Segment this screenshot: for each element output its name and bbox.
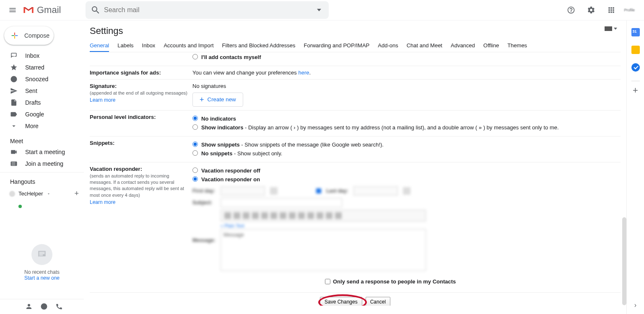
compose-button[interactable]: Compose: [4, 26, 54, 45]
hangouts-user[interactable]: TecHelper: [9, 190, 51, 197]
no-signatures-text: No signatures: [192, 83, 621, 89]
save-changes-button[interactable]: Save Changes: [320, 297, 362, 306]
meet-section-header: Meet: [0, 132, 84, 146]
apps-button[interactable]: [604, 3, 619, 18]
radio-input[interactable]: [192, 167, 198, 173]
personal-showindicators[interactable]: Show indicators - Display an arrow ( › )…: [192, 124, 621, 132]
vacation-on[interactable]: Vacation responder on: [192, 175, 621, 184]
cancel-button[interactable]: Cancel: [366, 297, 390, 306]
contacts-tab[interactable]: [25, 303, 33, 311]
snippets-label: Snippets:: [90, 140, 114, 146]
nav-inbox[interactable]: Inbox: [0, 50, 84, 62]
radio-input[interactable]: [192, 176, 198, 182]
radio-input[interactable]: [192, 150, 198, 156]
nav-snoozed[interactable]: Snoozed: [0, 73, 84, 85]
hamburger-menu[interactable]: [4, 2, 21, 18]
snippets-show[interactable]: Show snippets - Show snippets of the mes…: [192, 141, 621, 149]
checkbox-input[interactable]: [325, 279, 330, 284]
label-icon: [10, 111, 18, 118]
personal-label: Personal level indicators:: [90, 114, 156, 120]
search-input[interactable]: [104, 6, 313, 14]
nav-more[interactable]: More: [0, 120, 84, 132]
account-avatar[interactable]: Profile: [624, 8, 635, 12]
header-bar: Gmail Profile: [0, 0, 644, 21]
input-tools-button[interactable]: [605, 26, 617, 31]
tab-general[interactable]: General: [90, 40, 109, 52]
hangouts-empty: No recent chats Start a new one: [0, 244, 84, 281]
apps-grid-icon: [607, 6, 615, 14]
vacation-only-contacts[interactable]: Only send a response to people in my Con…: [325, 278, 621, 285]
create-signature-button[interactable]: + Create new: [192, 93, 243, 107]
tab-chat[interactable]: Chat and Meet: [407, 40, 442, 52]
settings-button[interactable]: [584, 3, 599, 18]
hangouts-tab[interactable]: [40, 303, 48, 311]
online-status-icon: [18, 205, 22, 208]
star-icon: [10, 64, 18, 71]
gmail-logo[interactable]: Gmail: [23, 5, 81, 15]
tab-advanced[interactable]: Advanced: [451, 40, 475, 52]
nav-join-meeting[interactable]: Join a meeting: [0, 158, 84, 170]
personal-noindicators[interactable]: No indicators: [192, 115, 621, 123]
right-side-panel: + ›: [626, 21, 644, 314]
nav-drafts[interactable]: Drafts: [0, 97, 84, 108]
start-new-chat-link[interactable]: Start a new one: [0, 275, 84, 281]
person-icon: [25, 303, 33, 310]
tab-offline[interactable]: Offline: [483, 40, 499, 52]
phone-tab[interactable]: [55, 303, 63, 311]
draft-icon: [10, 99, 18, 106]
inbox-icon: [10, 52, 18, 59]
radio-input[interactable]: [192, 124, 198, 130]
sidebar: Compose Inbox Starred Snoozed Sent Draft…: [0, 21, 84, 314]
snippets-hide[interactable]: No snippets - Show subject only.: [192, 149, 621, 158]
nav-starred[interactable]: Starred: [0, 62, 84, 73]
support-button[interactable]: [564, 3, 579, 18]
vacation-sub: (sends an automated reply to incoming me…: [90, 173, 188, 199]
radio-input[interactable]: [192, 116, 198, 121]
chat-bubble-icon: [31, 244, 52, 265]
vacation-learnmore[interactable]: Learn more: [90, 199, 115, 205]
collapse-panel-button[interactable]: ›: [634, 301, 636, 309]
tab-addons[interactable]: Add-ons: [378, 40, 398, 52]
last-day-checkbox[interactable]: [316, 188, 321, 193]
hangouts-section-header: Hangouts: [0, 172, 84, 187]
keyboard-icon: [10, 160, 18, 167]
vacation-subject-input[interactable]: [221, 198, 342, 207]
auto-contacts-manual[interactable]: I'll add contacts myself: [192, 53, 621, 62]
tab-forwarding[interactable]: Forwarding and POP/IMAP: [304, 40, 369, 52]
calendar-addon[interactable]: [631, 28, 640, 36]
tab-filters[interactable]: Filters and Blocked Addresses: [222, 40, 296, 52]
compose-label: Compose: [24, 32, 49, 39]
settings-title: Settings: [90, 26, 621, 36]
tab-labels[interactable]: Labels: [117, 40, 133, 52]
vacation-message-input[interactable]: Message: [221, 229, 426, 271]
keep-addon[interactable]: [631, 46, 640, 54]
importance-label: Importance signals for ads:: [90, 69, 161, 76]
tasks-addon[interactable]: [631, 63, 640, 72]
settings-pane: Settings General Labels Inbox Accounts a…: [84, 21, 626, 314]
signature-learnmore[interactable]: Learn more: [90, 97, 115, 103]
nav-google-label[interactable]: Google: [0, 108, 84, 120]
tab-inbox[interactable]: Inbox: [142, 40, 156, 52]
vacation-plaintext-link[interactable]: « Plain Text: [221, 223, 426, 228]
search-bar[interactable]: [86, 1, 329, 19]
radio-input[interactable]: [192, 54, 198, 59]
flag-icon: [605, 26, 612, 31]
vacation-richtext-toolbar[interactable]: [221, 210, 426, 221]
settings-action-bar: Save Changes Cancel: [90, 292, 621, 306]
importance-here-link[interactable]: here: [298, 69, 309, 76]
nav-sent[interactable]: Sent: [0, 85, 84, 97]
vacation-off[interactable]: Vacation responder off: [192, 167, 621, 175]
tab-themes[interactable]: Themes: [507, 40, 527, 52]
hangouts-new-button[interactable]: +: [74, 189, 79, 198]
search-icon: [91, 5, 101, 15]
radio-input[interactable]: [192, 142, 198, 147]
video-icon: [10, 148, 18, 156]
tab-accounts[interactable]: Accounts and Import: [164, 40, 213, 52]
scrollbar-thumb[interactable]: [622, 217, 626, 305]
vacation-last-day-input[interactable]: [353, 186, 398, 196]
gmail-m-icon: [23, 5, 34, 15]
nav-start-meeting[interactable]: Start a meeting: [0, 146, 84, 158]
vacation-first-day-input[interactable]: [221, 186, 265, 196]
search-options-icon[interactable]: [317, 9, 321, 11]
signature-sub: (appended at the end of all outgoing mes…: [90, 90, 188, 96]
